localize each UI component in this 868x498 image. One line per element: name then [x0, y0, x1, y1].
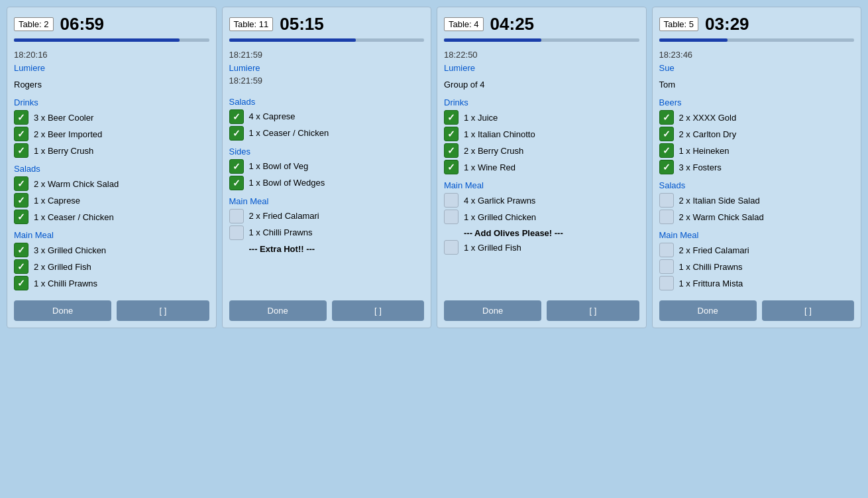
- table-badge: Table: 4: [444, 17, 484, 31]
- done-button[interactable]: Done: [14, 300, 111, 321]
- item-text: 2 x Italian Side Salad: [679, 196, 760, 206]
- button-group: Done[ ]: [444, 292, 639, 321]
- order-item: 3 x Fosters: [659, 160, 855, 174]
- checkbox-checked[interactable]: [14, 276, 28, 290]
- order-item: 2 x Warm Chick Salad: [659, 210, 855, 224]
- cards-container: Table: 206:5918:20:16LumiereRogersDrinks…: [7, 7, 861, 328]
- table-badge: Table: 5: [659, 17, 699, 31]
- bracket-button[interactable]: [ ]: [117, 300, 209, 321]
- checkbox-unchecked[interactable]: [229, 209, 244, 223]
- order-item: 1 x Grilled Chicken: [444, 210, 639, 224]
- order-item: 2 x Carlton Dry: [659, 127, 855, 141]
- order-item: 2 x Warm Chick Salad: [14, 176, 209, 191]
- checkbox-unchecked[interactable]: [444, 210, 459, 224]
- progress-bar-container: [14, 38, 209, 42]
- checkbox-checked[interactable]: [14, 210, 28, 224]
- customer-name: Rogers: [14, 80, 209, 90]
- checkbox-unchecked[interactable]: [229, 225, 244, 240]
- progress-bar: [659, 38, 728, 42]
- timer: 03:29: [705, 14, 749, 34]
- card-2: Table: 1105:1518:21:59Lumiere18:21:59Sal…: [222, 7, 432, 328]
- checkbox-checked[interactable]: [14, 176, 28, 191]
- checkbox-checked[interactable]: [659, 127, 674, 141]
- done-button[interactable]: Done: [444, 300, 541, 321]
- table-badge: Table: 2: [14, 17, 54, 31]
- item-text: 1 x Heineken: [679, 146, 730, 156]
- checkbox-checked[interactable]: [659, 143, 674, 158]
- order-time: 18:20:16: [14, 48, 209, 62]
- checkbox-unchecked[interactable]: [659, 210, 674, 224]
- checkbox-unchecked[interactable]: [444, 240, 459, 255]
- checkbox-checked[interactable]: [14, 127, 28, 141]
- checkbox-checked[interactable]: [14, 193, 28, 208]
- item-text: 1 x Juice: [464, 113, 498, 123]
- checkbox-checked[interactable]: [444, 110, 459, 125]
- section-label-0: Drinks: [444, 97, 639, 107]
- checkbox-checked[interactable]: [444, 127, 459, 141]
- order-item: 1 x Caprese: [14, 193, 209, 208]
- card-header: Table: 503:29: [659, 14, 855, 34]
- order-item: 1 x Juice: [444, 110, 639, 125]
- server-name: Lumiere: [444, 62, 639, 75]
- progress-bar: [444, 38, 541, 42]
- item-text: 1 x Bowl of Veg: [249, 161, 309, 171]
- item-text: 3 x Grilled Chicken: [34, 245, 106, 255]
- section-label-1: Salads: [659, 180, 855, 190]
- checkbox-unchecked[interactable]: [659, 259, 674, 274]
- order-item: 2 x Berry Crush: [444, 143, 639, 158]
- item-note: --- Add Olives Please! ---: [464, 228, 639, 238]
- item-text: 1 x Wine Red: [464, 162, 515, 172]
- server-name: Sue: [659, 62, 855, 75]
- bracket-button[interactable]: [ ]: [762, 300, 854, 321]
- checkbox-unchecked[interactable]: [659, 243, 674, 257]
- checkbox-checked[interactable]: [659, 160, 674, 174]
- checkbox-checked[interactable]: [444, 160, 459, 174]
- checkbox-checked[interactable]: [14, 143, 28, 158]
- done-button[interactable]: Done: [229, 300, 327, 321]
- section-label-0: Drinks: [14, 97, 209, 107]
- order-item: 2 x Fried Calamari: [659, 243, 855, 257]
- checkbox-checked[interactable]: [229, 159, 244, 174]
- item-text: 2 x XXXX Gold: [679, 113, 737, 123]
- checkbox-checked[interactable]: [659, 110, 674, 125]
- order-item: 2 x Beer Imported: [14, 127, 209, 141]
- order-time-2: 18:21:59: [229, 74, 425, 88]
- bracket-button[interactable]: [ ]: [547, 300, 639, 321]
- section-label-1: Sides: [229, 147, 425, 156]
- bracket-button[interactable]: [ ]: [332, 300, 424, 321]
- checkbox-checked[interactable]: [14, 110, 28, 125]
- checkbox-checked[interactable]: [444, 143, 459, 158]
- section-label-1: Main Meal: [444, 180, 639, 190]
- card-3: Table: 404:2518:22:50LumiereGroup of 4Dr…: [437, 7, 647, 328]
- timer: 05:15: [280, 14, 324, 34]
- item-text: 1 x Grilled Chicken: [464, 212, 536, 222]
- timer: 06:59: [60, 14, 105, 34]
- checkbox-unchecked[interactable]: [659, 193, 674, 208]
- checkbox-checked[interactable]: [14, 243, 28, 257]
- timer: 04:25: [490, 14, 535, 34]
- checkbox-unchecked[interactable]: [444, 193, 459, 208]
- section-label-0: Salads: [229, 97, 425, 107]
- order-item: 3 x Beer Cooler: [14, 110, 209, 125]
- progress-bar: [14, 38, 180, 42]
- checkbox-unchecked[interactable]: [659, 276, 674, 290]
- done-button[interactable]: Done: [659, 300, 757, 321]
- progress-bar: [229, 38, 356, 42]
- meta-block: 18:22:50Lumiere: [444, 48, 639, 74]
- meta-block: 18:21:59Lumiere18:21:59: [229, 48, 425, 88]
- order-item: 1 x Chilli Prawns: [229, 225, 425, 240]
- item-text: 2 x Warm Chick Salad: [34, 179, 119, 189]
- checkbox-checked[interactable]: [229, 176, 244, 190]
- checkbox-checked[interactable]: [229, 126, 244, 141]
- order-item: 1 x Ceaser / Chicken: [14, 210, 209, 224]
- section-label-2: Main Meal: [14, 230, 209, 240]
- order-item: 4 x Garlick Prawns: [444, 193, 639, 208]
- order-item: 2 x XXXX Gold: [659, 110, 855, 125]
- checkbox-checked[interactable]: [229, 109, 244, 124]
- item-text: 1 x Caprese: [34, 196, 80, 206]
- checkbox-checked[interactable]: [14, 259, 28, 274]
- server-name: Lumiere: [14, 62, 209, 75]
- item-text: 1 x Chilli Prawns: [34, 279, 97, 288]
- table-badge: Table: 11: [229, 17, 274, 31]
- order-item: 1 x Frittura Mista: [659, 276, 855, 290]
